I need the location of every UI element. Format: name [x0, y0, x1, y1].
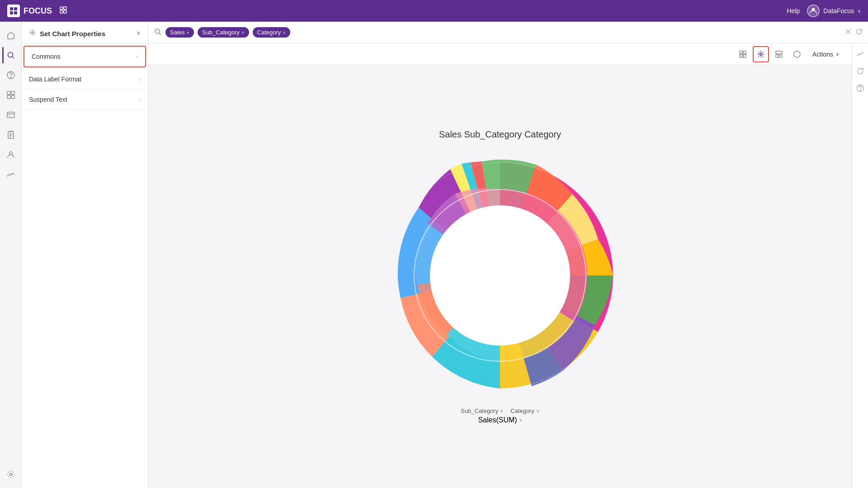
- sidebar-item-analytics[interactable]: [3, 166, 19, 183]
- search-bar: Sales × Sub_Category × Category ×: [148, 22, 868, 43]
- tag-category[interactable]: Category ×: [253, 27, 290, 38]
- menu-item-suspend-text[interactable]: Suspend Text ›: [22, 90, 148, 110]
- legend-sub-category-chevron: ∨: [500, 408, 503, 413]
- menu-item-commons[interactable]: Commons ›: [24, 46, 146, 67]
- svg-line-10: [12, 57, 14, 59]
- properties-title-text: Set Chart Properties: [40, 30, 105, 38]
- svg-rect-30: [740, 51, 742, 54]
- tag-sales[interactable]: Sales ×: [165, 27, 194, 38]
- sidebar-item-inbox[interactable]: [3, 107, 19, 123]
- toolbar: Actions ∨: [148, 43, 852, 65]
- tag-sales-label: Sales: [170, 29, 185, 36]
- app-logo[interactable]: FOCUS: [7, 5, 52, 17]
- svg-rect-17: [7, 112, 14, 118]
- svg-point-12: [10, 77, 11, 78]
- svg-point-39: [796, 52, 799, 56]
- svg-rect-36: [776, 55, 778, 57]
- right-icon-refresh[interactable]: [854, 64, 867, 78]
- top-navigation: FOCUS Help DataFocus ∨: [0, 0, 868, 22]
- svg-line-27: [159, 33, 161, 35]
- svg-rect-1: [14, 7, 17, 10]
- svg-point-40: [430, 205, 570, 346]
- svg-point-26: [155, 29, 160, 33]
- actions-label: Actions: [812, 51, 833, 58]
- main-layout: Set Chart Properties × Commons › Data La…: [0, 22, 868, 488]
- legend-sales-row: Sales(SUM) ∨: [478, 416, 522, 424]
- right-icon-line-chart[interactable]: [854, 47, 867, 61]
- svg-point-34: [760, 53, 762, 55]
- actions-chevron: ∨: [836, 52, 839, 57]
- legend-category-label: Category: [510, 407, 534, 414]
- right-side-panel: [852, 43, 868, 488]
- logo-text: FOCUS: [24, 6, 52, 16]
- properties-menu: Commons › Data Label Format › Suspend Te…: [22, 44, 148, 488]
- close-panel-button[interactable]: ×: [137, 29, 141, 38]
- legend-sub-category-label: Sub_Category: [461, 407, 498, 414]
- legend-category[interactable]: Category ∨: [510, 407, 539, 414]
- properties-gear-icon: [29, 29, 36, 38]
- properties-panel: Set Chart Properties × Commons › Data La…: [22, 22, 148, 488]
- legend-sales-chevron: ∨: [519, 417, 522, 422]
- sidebar-item-clipboard[interactable]: [3, 127, 19, 143]
- chart-main: Actions ∨ Sales Sub_Category Category: [148, 43, 852, 488]
- donut-chart: [373, 149, 627, 402]
- svg-rect-6: [60, 10, 63, 13]
- content-row: Actions ∨ Sales Sub_Category Category: [148, 43, 868, 488]
- properties-title-area: Set Chart Properties: [29, 29, 105, 38]
- chart-legend: Sub_Category ∨ Category ∨: [461, 407, 539, 414]
- nav-right: Help DataFocus ∨: [787, 5, 861, 17]
- toolbar-btn-settings[interactable]: [753, 46, 769, 62]
- search-icon[interactable]: [154, 28, 162, 38]
- menu-item-data-label-format[interactable]: Data Label Format ›: [22, 69, 148, 90]
- svg-rect-35: [776, 51, 782, 54]
- tag-sub-category-label: Sub_Category: [202, 29, 240, 36]
- svg-rect-13: [7, 91, 10, 95]
- left-sidebar: [0, 22, 22, 488]
- help-link[interactable]: Help: [787, 7, 800, 14]
- sidebar-item-grid[interactable]: [3, 87, 19, 103]
- chart-container: Sales Sub_Category Category: [148, 65, 852, 488]
- actions-button[interactable]: Actions ∨: [807, 48, 844, 61]
- menu-item-suspend-text-chevron: ›: [139, 96, 141, 103]
- sidebar-item-settings[interactable]: [3, 466, 19, 483]
- user-name: DataFocus: [823, 7, 854, 14]
- chart-area: Sales × Sub_Category × Category ×: [148, 22, 868, 488]
- sidebar-item-help[interactable]: [3, 67, 19, 83]
- toolbar-btn-donut[interactable]: [789, 46, 805, 62]
- svg-rect-0: [10, 7, 13, 10]
- svg-rect-5: [64, 7, 66, 9]
- chart-title: Sales Sub_Category Category: [439, 129, 561, 140]
- sidebar-item-search[interactable]: [3, 47, 19, 63]
- svg-rect-4: [60, 7, 63, 9]
- sidebar-item-user[interactable]: [3, 147, 19, 163]
- menu-item-data-label-format-chevron: ›: [139, 76, 141, 82]
- legend-category-chevron: ∨: [536, 408, 539, 413]
- toolbar-btn-grid-small[interactable]: [735, 46, 751, 62]
- svg-point-9: [8, 52, 13, 57]
- tag-category-label: Category: [257, 29, 281, 36]
- logo-icon: [7, 5, 20, 17]
- user-menu[interactable]: DataFocus ∨: [807, 5, 861, 17]
- svg-rect-31: [743, 51, 746, 54]
- nav-left: FOCUS: [7, 3, 70, 19]
- sidebar-item-home[interactable]: [3, 27, 19, 43]
- search-clear-button[interactable]: [844, 28, 852, 37]
- nav-extra-icon[interactable]: [57, 3, 70, 19]
- menu-item-suspend-text-label: Suspend Text: [29, 96, 67, 103]
- legend-sales[interactable]: Sales(SUM) ∨: [478, 416, 522, 424]
- legend-sales-label: Sales(SUM): [478, 416, 517, 424]
- right-icon-help[interactable]: [854, 81, 867, 95]
- tag-sub-category[interactable]: Sub_Category ×: [198, 27, 249, 38]
- search-refresh-button[interactable]: [855, 28, 863, 37]
- legend-sub-category[interactable]: Sub_Category ∨: [461, 407, 503, 414]
- properties-header: Set Chart Properties ×: [22, 22, 148, 44]
- svg-point-44: [860, 90, 860, 91]
- svg-rect-32: [740, 55, 742, 57]
- tag-category-close[interactable]: ×: [283, 30, 285, 35]
- menu-item-commons-chevron: ›: [136, 53, 138, 60]
- svg-rect-2: [10, 11, 13, 14]
- toolbar-btn-grid-large[interactable]: [771, 46, 787, 62]
- svg-rect-14: [11, 91, 14, 95]
- tag-sub-category-close[interactable]: ×: [241, 30, 244, 35]
- tag-sales-close[interactable]: ×: [187, 30, 189, 35]
